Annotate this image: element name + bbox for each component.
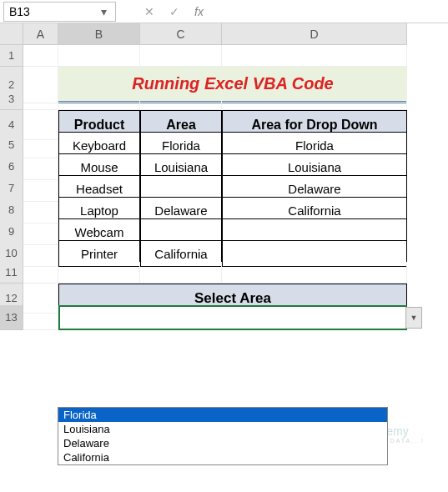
cell[interactable]: [58, 262, 140, 284]
dropdown-list[interactable]: Florida Louisiana Delaware California: [58, 407, 388, 465]
col-header-C[interactable]: C: [140, 23, 222, 45]
cell[interactable]: [140, 88, 222, 110]
formula-bar-icons: ✕ ✓ fx: [119, 5, 204, 18]
cell[interactable]: [23, 88, 58, 110]
row-header-11[interactable]: 11: [0, 262, 23, 284]
row-header-3[interactable]: 3: [0, 88, 23, 110]
name-box-dropdown-icon[interactable]: ▾: [97, 5, 110, 18]
cancel-icon: ✕: [144, 5, 154, 18]
cell[interactable]: [222, 88, 407, 110]
dropdown-item[interactable]: Louisiana: [58, 422, 387, 436]
dropdown-arrow-icon[interactable]: ▼: [405, 307, 422, 329]
cell[interactable]: [23, 45, 58, 67]
cell[interactable]: [140, 45, 222, 67]
enter-icon: ✓: [169, 5, 179, 18]
cell[interactable]: [58, 88, 140, 110]
cell[interactable]: [58, 45, 140, 67]
row-header-1[interactable]: 1: [0, 45, 23, 67]
cell[interactable]: [140, 262, 222, 284]
cell[interactable]: [222, 45, 407, 67]
spreadsheet-grid[interactable]: A B C D 1 2 Running Excel VBA Code 3 4 P…: [0, 23, 448, 327]
cell[interactable]: [23, 305, 58, 330]
name-box-value: B13: [9, 5, 30, 18]
cell[interactable]: [23, 262, 58, 284]
name-box[interactable]: B13 ▾: [3, 2, 116, 22]
formula-bar-row: B13 ▾ ✕ ✓ fx: [0, 0, 448, 23]
row-header-13[interactable]: 13: [0, 305, 23, 330]
dropdown-item[interactable]: California: [58, 450, 387, 464]
col-header-B[interactable]: B: [58, 23, 140, 45]
fx-icon[interactable]: fx: [194, 5, 204, 18]
col-header-D[interactable]: D: [222, 23, 407, 45]
dropdown-item[interactable]: Delaware: [58, 436, 387, 450]
col-header-A[interactable]: A: [23, 23, 58, 45]
select-all-corner[interactable]: [0, 23, 23, 45]
dropdown-item[interactable]: Florida: [58, 408, 387, 422]
cell[interactable]: [222, 262, 407, 284]
select-area-cell[interactable]: ▼: [58, 305, 407, 330]
